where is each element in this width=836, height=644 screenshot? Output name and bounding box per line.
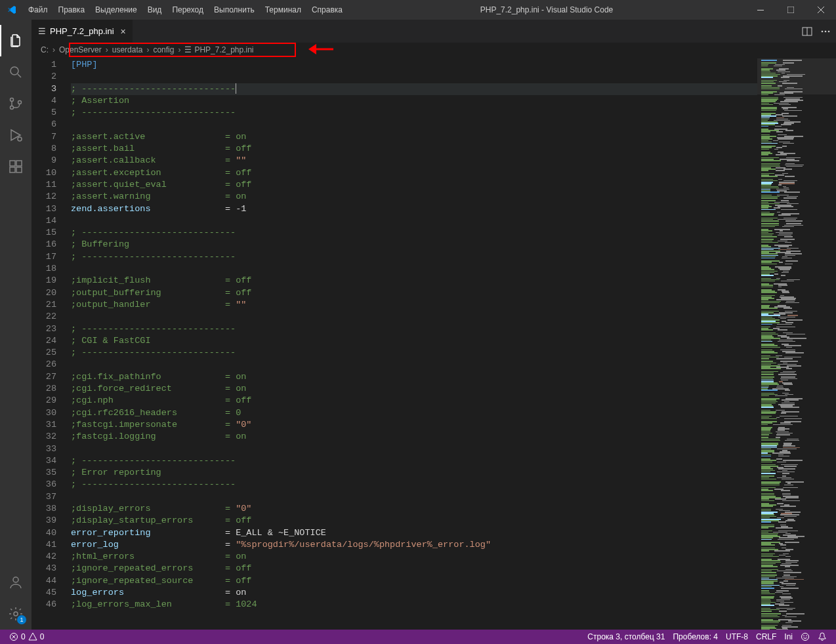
breadcrumb: C:›OpenServer›userdata›config›☰PHP_7.2_p… [31,43,836,57]
account-icon [8,574,24,590]
feedback-icon [801,632,810,641]
activity-run[interactable] [0,119,31,151]
menu-bar: ФайлПравкаВыделениеВидПереходВыполнитьТе… [23,5,348,14]
svg-point-17 [828,30,830,32]
svg-point-19 [802,634,809,641]
code-content[interactable]: [PHP] ; -----------------------------; A… [71,58,757,630]
breadcrumb-item[interactable]: userdata [111,45,144,54]
menu-item-5[interactable]: Выполнить [209,5,260,14]
svg-rect-1 [787,7,794,13]
menu-item-4[interactable]: Переход [167,5,209,14]
line-numbers: 1234567891011121314151617181920212223242… [31,58,71,630]
menu-item-2[interactable]: Выделение [90,5,142,14]
minimize-icon [757,7,764,13]
activity-source-control[interactable] [0,88,31,119]
svg-rect-8 [10,167,15,172]
editor-area: ☰ PHP_7.2_php.ini × C:›OpenServer›userda… [31,20,836,630]
breadcrumb-item[interactable]: OpenServer [58,45,103,54]
tab-close-button[interactable]: × [121,26,126,37]
status-notifications[interactable] [814,632,831,641]
svg-point-11 [13,577,18,582]
svg-point-3 [10,98,14,102]
tab-label: PHP_7.2_php.ini [50,26,114,36]
status-encoding[interactable]: UTF-8 [722,632,752,641]
chevron-right-icon: › [177,45,182,54]
menu-item-1[interactable]: Правка [53,5,91,14]
tab-actions [797,20,836,43]
files-icon [8,33,24,49]
file-icon: ☰ [38,26,46,36]
svg-rect-10 [16,161,22,166]
status-feedback[interactable] [797,632,814,641]
activity-accounts[interactable] [0,567,31,598]
chevron-right-icon: › [51,45,56,54]
settings-badge: 1 [17,615,26,624]
menu-item-6[interactable]: Терминал [260,5,306,14]
maximize-icon [787,7,794,13]
svg-point-6 [18,137,22,141]
minimize-button[interactable] [745,0,776,20]
status-bar: 0 0 Строка 3, столбец 31 Пробелов: 4 UTF… [0,630,836,644]
svg-point-2 [10,67,18,75]
status-problems[interactable]: 0 0 [5,632,48,641]
svg-rect-7 [10,161,15,166]
annotation-arrow [307,41,337,60]
svg-point-4 [10,106,14,110]
menu-item-0[interactable]: Файл [23,5,53,14]
tab-bar: ☰ PHP_7.2_php.ini × [31,20,836,43]
more-actions-icon[interactable] [820,26,831,37]
svg-rect-9 [16,167,22,172]
error-icon [9,632,18,641]
minimap-content [761,60,832,630]
bell-icon [818,632,827,641]
status-indentation[interactable]: Пробелов: 4 [669,632,722,641]
breadcrumb-item[interactable]: C: [39,45,50,54]
status-eol[interactable]: CRLF [752,632,780,641]
svg-point-20 [803,635,805,637]
code-area[interactable]: 1234567891011121314151617181920212223242… [31,58,836,630]
activity-settings[interactable]: 1 [0,598,31,630]
svg-point-12 [14,612,18,616]
close-button[interactable] [806,0,836,20]
activity-bar: 1 [0,20,31,630]
activity-extensions[interactable] [0,151,31,182]
status-cursor-position[interactable]: Строка 3, столбец 31 [583,632,669,641]
svg-rect-0 [757,10,764,10]
titlebar: ФайлПравкаВыделениеВидПереходВыполнитьТе… [0,0,836,20]
minimap[interactable] [757,58,836,630]
breadcrumb-item[interactable]: config [152,45,175,54]
menu-item-7[interactable]: Справка [306,5,348,14]
split-editor-icon[interactable] [802,26,812,37]
window-title: PHP_7.2_php.ini - Visual Studio Code [348,5,745,14]
activity-search[interactable] [0,56,31,88]
svg-point-16 [825,30,827,32]
activity-explorer[interactable] [0,25,31,56]
warning-icon [28,632,37,641]
vscode-icon [7,5,17,15]
svg-point-5 [18,101,22,104]
main-area: 1 ☰ PHP_7.2_php.ini × C:›OpenServer›user… [0,20,836,630]
search-icon [8,64,24,80]
chevron-right-icon: › [104,45,110,54]
breadcrumb-item[interactable]: ☰PHP_7.2_php.ini [183,45,255,54]
extensions-icon [8,159,24,174]
window-controls [745,0,836,20]
menu-item-3[interactable]: Вид [142,5,167,14]
status-language[interactable]: Ini [780,632,797,641]
run-icon [8,127,24,143]
svg-point-15 [822,30,824,32]
branch-icon [8,96,24,111]
close-icon [818,7,824,13]
svg-point-21 [806,635,807,637]
tab-file[interactable]: ☰ PHP_7.2_php.ini × [31,20,133,43]
maximize-button[interactable] [776,0,806,20]
chevron-right-icon: › [145,45,150,54]
app-logo [0,5,23,15]
